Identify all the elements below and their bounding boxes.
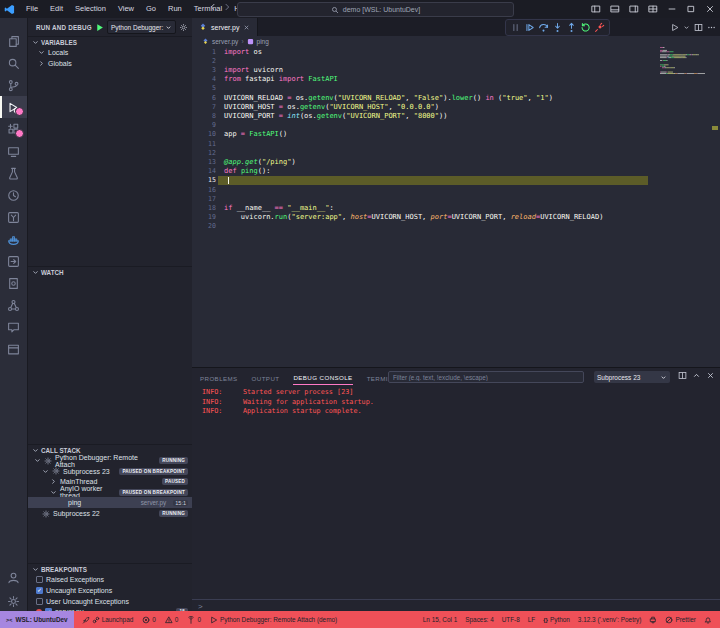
more-icon[interactable]	[707, 23, 716, 32]
activity-organization[interactable]	[0, 294, 27, 316]
gear-icon[interactable]	[179, 23, 188, 32]
remote-indicator[interactable]: >< WSL: UbuntuDev	[0, 611, 74, 628]
code-line-16[interactable]: 16	[192, 185, 720, 194]
section-header-variables[interactable]: VARIABLES	[28, 36, 192, 47]
tab-server-py[interactable]: server.py	[192, 18, 258, 36]
code-line-11[interactable]: 11	[192, 139, 720, 148]
code-line-13[interactable]: 13@app.get("/ping")	[192, 157, 720, 166]
pause-icon[interactable]	[509, 21, 522, 34]
code-line-20[interactable]: 20	[192, 222, 720, 231]
code-line-19[interactable]: 19 uvicorn.run("server:app", host=UVICOR…	[192, 213, 720, 222]
callstack-row[interactable]: Python Debugger: Remote AttachRUNNING	[28, 455, 192, 466]
code-line-17[interactable]: 17	[192, 194, 720, 203]
callstack-row[interactable]: AnyIO worker threadPAUSED ON BREAKPOINT	[28, 487, 192, 498]
status-debug-session[interactable]: Python Debugger: Remote Attach (demo)	[210, 616, 337, 624]
status-warnings[interactable]: 0	[165, 616, 179, 624]
breadcrumb-symbol[interactable]: ping	[257, 38, 269, 45]
start-debugging-button[interactable]	[95, 23, 104, 32]
activity-accounts[interactable]	[0, 566, 27, 588]
activity-preview[interactable]	[0, 338, 27, 360]
restart-icon[interactable]	[579, 21, 592, 34]
breakpoint-checkbox[interactable]: ✓	[36, 587, 43, 594]
activity-extensions[interactable]	[0, 118, 27, 140]
section-header-watch[interactable]: WATCH	[28, 266, 192, 277]
close-tab-icon[interactable]	[243, 24, 250, 31]
status-indentation[interactable]: Spaces: 4	[465, 616, 493, 623]
forward-icon[interactable]	[222, 2, 232, 12]
close-icon[interactable]	[701, 1, 718, 17]
code-line-1[interactable]: 1import os	[192, 47, 720, 56]
layout-secondary-icon[interactable]	[625, 1, 642, 17]
status-python-interpreter[interactable]: 3.12.3 ('.venv': Poetry)	[578, 616, 642, 623]
status-printer[interactable]	[649, 616, 657, 624]
status-notifications[interactable]	[704, 616, 712, 624]
code-line-3[interactable]: 3import uvicorn	[192, 65, 720, 74]
status-language-mode[interactable]: {}Python	[543, 616, 570, 623]
code-line-18[interactable]: 18if __name__ == "__main__":	[192, 203, 720, 212]
step-into-icon[interactable]	[551, 21, 564, 34]
chev-down-icon[interactable]	[683, 24, 690, 31]
maximize-icon[interactable]	[682, 1, 699, 17]
status-launchpad[interactable]: Launchpad	[82, 616, 134, 624]
code-line-7[interactable]: 7UVICORN_HOST = os.getenv("UVICORN_HOST"…	[192, 102, 720, 111]
breakpoint-checkbox[interactable]	[36, 598, 43, 605]
status-ports[interactable]: 0	[187, 616, 201, 624]
variables-row-globals[interactable]: Globals	[28, 58, 192, 69]
code-line-14[interactable]: 14def ping():	[192, 167, 720, 176]
split-editor-icon[interactable]	[694, 23, 703, 32]
activity-tool-box-b[interactable]	[0, 250, 27, 272]
menu-run[interactable]: Run	[162, 0, 188, 18]
activity-comments[interactable]	[0, 316, 27, 338]
section-header-breakpoints[interactable]: BREAKPOINTS	[28, 563, 192, 574]
callstack-row[interactable]: pingserver.py15:1	[28, 497, 192, 508]
activity-history[interactable]	[0, 184, 27, 206]
status-errors[interactable]: 0	[142, 616, 156, 624]
activity-settings[interactable]	[0, 590, 27, 612]
minimap[interactable]	[660, 47, 706, 107]
step-over-icon[interactable]	[537, 21, 550, 34]
breakpoint-checkbox[interactable]	[36, 576, 43, 583]
code-line-9[interactable]: 9	[192, 121, 720, 130]
run-icon[interactable]	[670, 23, 679, 32]
status-cursor-position[interactable]: Ln 15, Col 1	[423, 616, 457, 623]
activity-docker[interactable]	[0, 228, 27, 250]
menu-view[interactable]: View	[112, 0, 140, 18]
activity-search[interactable]	[0, 52, 27, 74]
breadcrumb-file[interactable]: server.py	[212, 38, 238, 45]
callstack-row[interactable]: Subprocess 22RUNNING	[28, 508, 192, 519]
code-line-6[interactable]: 6UVICORN_RELOAD = os.getenv("UVICORN_REL…	[192, 93, 720, 102]
status-prettier[interactable]: Prettier	[665, 616, 696, 624]
code-line-10[interactable]: 10app = FastAPI()	[192, 130, 720, 139]
split-editor-icon[interactable]	[678, 371, 687, 380]
debug-configuration-dropdown[interactable]: Python Debugger:	[107, 20, 176, 34]
layout-panel-icon[interactable]	[606, 1, 623, 17]
debug-session-dropdown[interactable]: Subprocess 23	[594, 371, 670, 383]
continue-icon[interactable]	[523, 21, 536, 34]
breadcrumb[interactable]: server.py › ping	[192, 36, 720, 47]
panel-tab-output[interactable]: OUTPUT	[252, 372, 280, 385]
console-filter-input[interactable]	[388, 371, 584, 383]
code-line-5[interactable]: 5	[192, 84, 720, 93]
code-line-15[interactable]: 15 return ({"ping": "pong!"})	[192, 176, 720, 185]
code-line-4[interactable]: 4from fastapi import FastAPI	[192, 75, 720, 84]
debug-console-output[interactable]: INFO: Started server process [23]INFO: W…	[202, 388, 710, 417]
command-center[interactable]: demo [WSL: UbuntuDev]	[237, 2, 514, 17]
menu-edit[interactable]: Edit	[44, 0, 69, 18]
code-line-12[interactable]: 12	[192, 148, 720, 157]
menu-selection[interactable]: Selection	[69, 0, 112, 18]
breakpoint-row[interactable]: User Uncaught Exceptions	[28, 596, 192, 607]
status-encoding[interactable]: UTF-8	[502, 616, 520, 623]
layout-sidebar-icon[interactable]	[587, 1, 604, 17]
panel-tab-debug-console[interactable]: DEBUG CONSOLE	[293, 371, 352, 385]
layout-customize-icon[interactable]	[644, 1, 661, 17]
activity-testing[interactable]	[0, 162, 27, 184]
code-editor[interactable]: 1import os23import uvicorn4from fastapi …	[192, 47, 720, 367]
disconnect-icon[interactable]	[593, 21, 606, 34]
status-eol[interactable]: LF	[528, 616, 535, 623]
activity-source-control[interactable]	[0, 74, 27, 96]
breakpoint-row[interactable]: Raised Exceptions	[28, 574, 192, 585]
back-icon[interactable]	[208, 2, 218, 12]
code-line-8[interactable]: 8UVICORN_PORT = int(os.getenv("UVICORN_P…	[192, 111, 720, 120]
menu-go[interactable]: Go	[140, 0, 162, 18]
activity-remote-explorer[interactable]	[0, 140, 27, 162]
